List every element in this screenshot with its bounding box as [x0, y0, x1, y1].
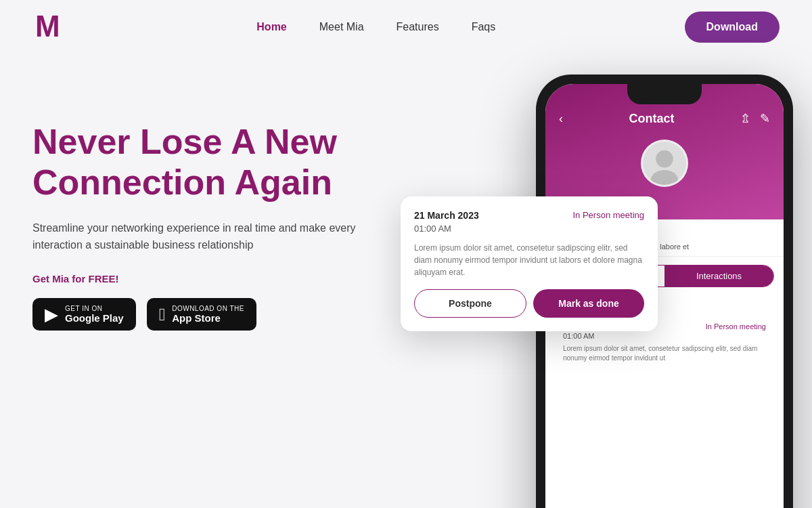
nav-home[interactable]: Home [256, 21, 286, 33]
fc-text: Lorem ipsum dolor sit amet, consetetur s… [414, 242, 644, 278]
phone-notch [627, 84, 702, 104]
fc-time: 01:00 AM [414, 224, 644, 234]
store-buttons: ▶ GET IN ON Google Play  Download on th… [32, 298, 411, 331]
nav-features[interactable]: Features [397, 21, 439, 33]
back-icon[interactable]: ‹ [559, 112, 563, 126]
phone-screen-title: Contact [629, 112, 675, 126]
logo[interactable]: M [32, 9, 68, 45]
interaction-type: In Person meeting [706, 322, 766, 331]
mark-done-button[interactable]: Mark as done [533, 289, 644, 318]
nav-links: Home Meet Mia Features Faqs [256, 21, 495, 33]
app-store-button[interactable]:  Download on the App Store [147, 298, 256, 331]
interaction-time: 01:00 AM [563, 332, 766, 340]
google-play-icon: ▶ [45, 305, 58, 323]
google-play-text: GET IN ON Google Play [65, 305, 124, 324]
postpone-button[interactable]: Postpone [414, 289, 526, 318]
share-icon[interactable]: ⇬ [740, 111, 750, 126]
hero-cta: Get Mia for FREE! [32, 273, 411, 284]
phone-avatar-area [545, 140, 784, 187]
hero-right: ‹ Contact ⇬ ✎ [411, 81, 780, 508]
tab-interactions[interactable]: Interactions [664, 266, 773, 287]
svg-text:M: M [35, 9, 60, 43]
floating-card: 21 March 2023 In Person meeting 01:00 AM… [401, 196, 658, 331]
fc-type: In Person meeting [572, 210, 644, 221]
fc-buttons: Postpone Mark as done [414, 289, 644, 318]
nav-faqs[interactable]: Faqs [472, 21, 496, 33]
edit-icon[interactable]: ✎ [760, 111, 770, 126]
phone-mockup: ‹ Contact ⇬ ✎ [536, 75, 793, 508]
interaction-text: Lorem ipsum dolor sit amet, consetetur s… [563, 344, 766, 363]
hero-title: Never Lose A New Connection Again [32, 122, 411, 203]
hero-left: Never Lose A New Connection Again Stream… [32, 81, 411, 331]
navbar: M Home Meet Mia Features Faqs Download [0, 0, 812, 54]
phone-actions: ⇬ ✎ [740, 111, 770, 126]
hero-section: Never Lose A New Connection Again Stream… [0, 54, 812, 508]
fc-meta: 21 March 2023 In Person meeting [414, 210, 644, 221]
google-play-button[interactable]: ▶ GET IN ON Google Play [32, 298, 136, 331]
svg-point-2 [651, 170, 678, 185]
svg-point-1 [656, 150, 673, 168]
avatar [641, 140, 688, 187]
nav-meet-mia[interactable]: Meet Mia [319, 21, 364, 33]
apple-icon:  [159, 305, 166, 323]
fc-date: 21 March 2023 [414, 210, 479, 221]
app-store-text: Download on the App Store [172, 305, 244, 324]
download-button[interactable]: Download [685, 12, 780, 43]
hero-subtitle: Streamline your networking experience in… [32, 219, 357, 254]
